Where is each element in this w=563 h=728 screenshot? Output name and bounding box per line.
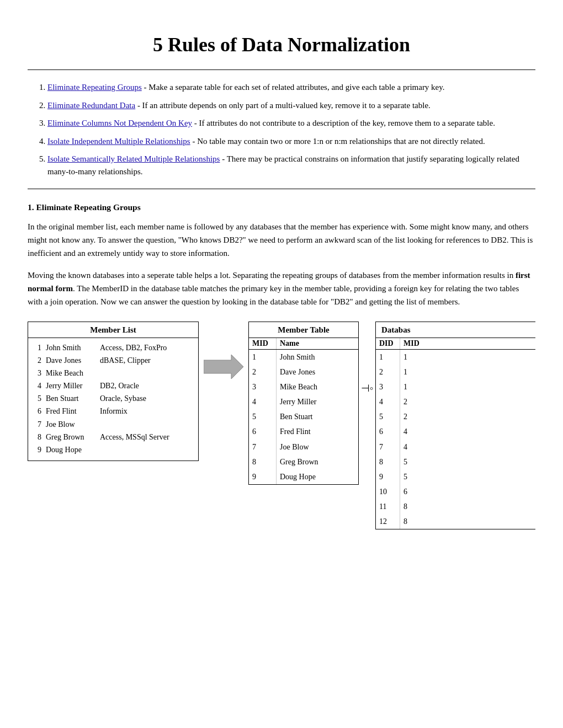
member-list-body: 1John SmithAccess, DB2, FoxPro2Dave Jone… [28, 338, 198, 461]
dt-did: 10 [376, 484, 400, 499]
ml-num: 5 [34, 392, 41, 405]
mt-mid: 2 [249, 365, 277, 379]
ml-num: 2 [34, 354, 41, 367]
ml-db: Access, MSSql Server [100, 431, 193, 443]
member-table-row: 2Dave Jones [249, 365, 358, 379]
ml-db: Informix [100, 405, 193, 417]
ml-db [100, 367, 193, 379]
mt-name: Dave Jones [277, 365, 358, 379]
dt-mid: 6 [400, 484, 424, 499]
rule-link-1[interactable]: Eliminate Repeating Groups [47, 83, 142, 92]
member-list-title: Member List [28, 322, 198, 338]
mt-name: Greg Brown [277, 454, 358, 469]
database-table-row: 106 [376, 484, 535, 499]
arrow-icon [204, 355, 243, 379]
dt-col-mid: MID [400, 338, 424, 349]
member-table-row: 7Joe Blow [249, 440, 358, 454]
rule-link-5[interactable]: Isolate Semantically Related Multiple Re… [47, 154, 220, 163]
mt-mid: 1 [249, 350, 277, 365]
member-list-row: 2Dave JonesdBASE, Clipper [34, 354, 193, 367]
ml-num: 4 [34, 379, 41, 392]
dt-did: 5 [376, 409, 400, 424]
rules-list: Eliminate Repeating Groups - Make a sepa… [47, 81, 535, 178]
mt-mid: 8 [249, 454, 277, 469]
mt-col-name: Name [277, 338, 358, 349]
database-table-row: 31 [376, 379, 535, 394]
ml-num: 3 [34, 367, 41, 379]
member-list-row: 7Joe Blow [34, 418, 193, 431]
dt-did: 11 [376, 499, 400, 514]
database-table-row: 74 [376, 440, 535, 454]
dt-mid: 1 [400, 350, 424, 365]
database-table-box: Databas DID MID 112131425264748595106118… [375, 322, 535, 529]
dt-mid: 8 [400, 514, 424, 529]
database-table-row: 128 [376, 514, 535, 529]
member-table-row: 6Fred Flint [249, 424, 358, 439]
mt-col-mid: MID [249, 338, 277, 349]
ml-num: 6 [34, 405, 41, 417]
dt-mid: 5 [400, 469, 424, 484]
member-list-row: 3Mike Beach [34, 367, 193, 379]
dt-mid: 8 [400, 499, 424, 514]
rule-item-1: Eliminate Repeating Groups - Make a sepa… [47, 81, 535, 94]
join-symbol: ⊣◦ [359, 322, 375, 394]
para2-before: Moving the known databases into a sepera… [28, 271, 516, 280]
database-table-title: Databas [376, 322, 535, 338]
ml-name: Fred Flint [46, 405, 95, 417]
ml-name: John Smith [46, 341, 95, 354]
dt-did: 1 [376, 350, 400, 365]
section1-title: 1. Eliminate Repeating Groups [28, 202, 535, 212]
mt-name: Doug Hope [277, 469, 358, 484]
member-table-header: MID Name [249, 338, 358, 350]
ml-name: Greg Brown [46, 431, 95, 443]
dt-mid: 1 [400, 379, 424, 394]
bottom-divider [28, 189, 535, 189]
dt-mid: 2 [400, 409, 424, 424]
mt-name: Fred Flint [277, 424, 358, 439]
member-list-row: 6Fred FlintInformix [34, 405, 193, 417]
database-table-row: 85 [376, 454, 535, 469]
ml-db [100, 443, 193, 456]
arrow-container [199, 322, 248, 379]
ml-name: Ben Stuart [46, 392, 95, 405]
ml-name: Doug Hope [46, 443, 95, 456]
mt-mid: 6 [249, 424, 277, 439]
database-table-row: 11 [376, 350, 535, 365]
database-table-row: 64 [376, 424, 535, 439]
dt-did: 12 [376, 514, 400, 529]
rule-link-2[interactable]: Eliminate Redundant Data [47, 101, 135, 110]
rule-item-3: Eliminate Columns Not Dependent On Key -… [47, 117, 535, 130]
rule-link-4[interactable]: Isolate Independent Multiple Relationshi… [47, 137, 190, 146]
database-table-row: 42 [376, 394, 535, 409]
mt-mid: 3 [249, 379, 277, 394]
ml-name: Jerry Miller [46, 379, 95, 392]
member-table-row: 5Ben Stuart [249, 409, 358, 424]
mt-mid: 5 [249, 409, 277, 424]
dt-mid: 4 [400, 440, 424, 454]
ml-num: 1 [34, 341, 41, 354]
member-table-row: 4Jerry Miller [249, 394, 358, 409]
mt-name: John Smith [277, 350, 358, 365]
top-divider [28, 69, 535, 70]
member-table-box: Member Table MID Name 1John Smith2Dave J… [248, 322, 359, 485]
tables-row: Member List 1John SmithAccess, DB2, FoxP… [28, 322, 535, 529]
dt-mid: 1 [400, 365, 424, 379]
mt-mid: 9 [249, 469, 277, 484]
dt-did: 6 [376, 424, 400, 439]
ml-num: 9 [34, 443, 41, 456]
dt-did: 7 [376, 440, 400, 454]
rule-item-5: Isolate Semantically Related Multiple Re… [47, 153, 535, 178]
member-list-row: 1John SmithAccess, DB2, FoxPro [34, 341, 193, 354]
member-table-rows: 1John Smith2Dave Jones3Mike Beach4Jerry … [249, 350, 358, 484]
database-table-row: 21 [376, 365, 535, 379]
database-table-header: DID MID [376, 338, 535, 350]
member-list-row: 4Jerry MillerDB2, Oracle [34, 379, 193, 392]
rule-link-3[interactable]: Eliminate Columns Not Dependent On Key [47, 119, 192, 127]
dt-mid: 5 [400, 454, 424, 469]
ml-db: Oracle, Sybase [100, 392, 193, 405]
mt-name: Mike Beach [277, 379, 358, 394]
ml-db: dBASE, Clipper [100, 354, 193, 367]
section1: 1. Eliminate Repeating Groups In the ori… [28, 202, 535, 308]
member-table-row: 9Doug Hope [249, 469, 358, 484]
member-list-row: 8Greg BrownAccess, MSSql Server [34, 431, 193, 443]
